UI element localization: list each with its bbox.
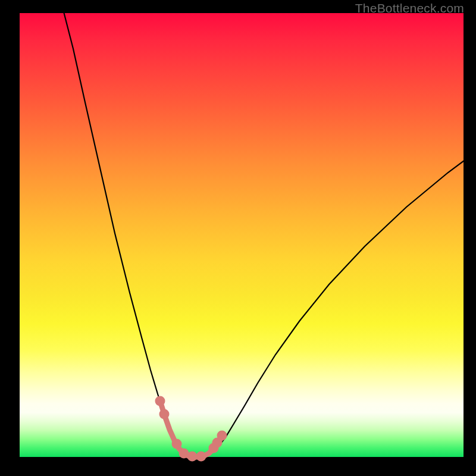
valley-dots: [155, 396, 227, 462]
valley-dot: [159, 409, 170, 419]
valley-dot: [196, 452, 206, 462]
valley-dot: [172, 439, 182, 449]
chart-svg: [20, 13, 464, 457]
valley-dot: [187, 452, 198, 462]
plot-area: [20, 13, 464, 457]
valley-dot: [155, 396, 165, 406]
watermark-text: TheBottleneck.com: [355, 1, 464, 15]
main-curve: [62, 7, 469, 457]
chart-frame: TheBottleneck.com: [0, 0, 476, 476]
valley-dot: [217, 431, 227, 441]
